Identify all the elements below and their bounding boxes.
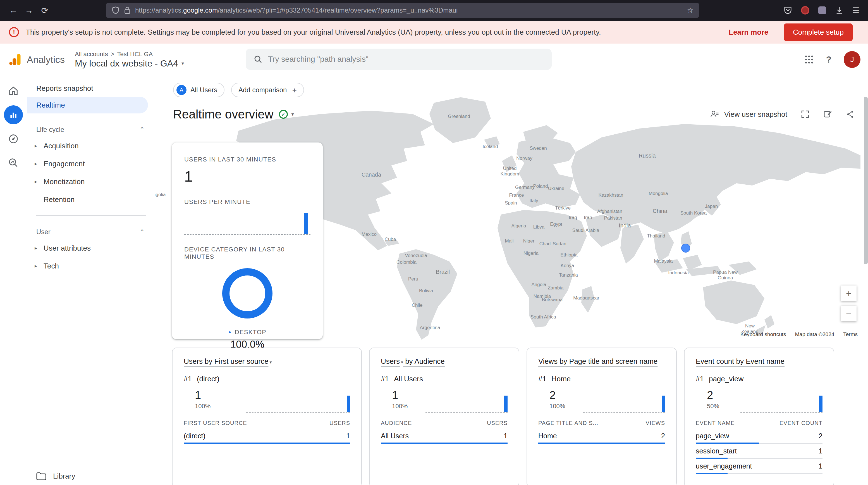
map-country-label: Sweden [530, 146, 547, 151]
adblock-icon[interactable] [801, 6, 809, 15]
sidebar-item-monetization[interactable]: ▸Monetization [27, 173, 155, 191]
chevron-up-icon[interactable]: ⌃ [140, 126, 145, 133]
view-user-snapshot-button[interactable]: View user snapshot [710, 109, 787, 119]
menu-icon[interactable]: ☰ [852, 6, 859, 15]
card-title-segment[interactable]: by Audience [403, 357, 445, 365]
comparison-chip[interactable]: A All Users [173, 83, 224, 97]
nav-section-title[interactable]: User⌃ [27, 225, 155, 239]
map-country-label: Libya [533, 224, 545, 230]
library-label: Library [53, 472, 75, 481]
column-header: USERS [487, 420, 507, 426]
sidebar-item-label: Monetization [43, 177, 85, 186]
chevron-down-icon[interactable]: ▾ [401, 360, 403, 365]
map-zoom-in-button[interactable]: + [841, 286, 857, 301]
property-selector[interactable]: My local dx website - GA4 ▾ [75, 58, 184, 69]
reload-button[interactable]: ⟳ [37, 3, 53, 18]
card-title-segment[interactable]: First user source [214, 357, 269, 365]
fullscreen-icon[interactable] [801, 110, 810, 119]
nav-reports-icon[interactable] [0, 103, 27, 127]
active-user-dot[interactable] [682, 244, 690, 252]
sidebar-item-engagement[interactable]: ▸Engagement [27, 155, 155, 173]
map-country-label: Guinea [718, 275, 733, 281]
map-country-label: Mali [505, 238, 514, 244]
nav-advertising-icon[interactable] [0, 151, 27, 175]
map-zoom-out-button[interactable]: − [841, 306, 857, 321]
breadcrumb-account[interactable]: All accounts [75, 51, 108, 58]
sidebar-item-tech[interactable]: ▸Tech [27, 257, 155, 275]
card-title-segment[interactable]: Users [381, 357, 400, 365]
nav-section-title[interactable]: Life cycle⌃ [27, 122, 155, 137]
search-bar[interactable] [246, 49, 552, 70]
card-title-segment[interactable]: Views by Page title and screen name [538, 357, 657, 365]
edit-report-icon[interactable] [823, 110, 833, 119]
sidebar-item-acquisition[interactable]: ▸Acquisition [27, 137, 155, 155]
analytics-logo[interactable]: Analytics [8, 52, 65, 67]
map-country-label: Iceland [483, 144, 498, 149]
map-terms-link[interactable]: Terms [843, 331, 858, 338]
apps-grid-icon[interactable] [805, 55, 813, 64]
url-bar[interactable]: https://analytics.google.com/analytics/w… [106, 3, 699, 18]
spark-bar [347, 396, 350, 412]
row-bar [538, 443, 665, 444]
map-country-label: United [503, 166, 517, 171]
share-icon[interactable] [846, 110, 855, 119]
extension-icon[interactable] [818, 6, 826, 14]
map-country-label: Saudi Arabia [572, 228, 599, 233]
add-comparison-button[interactable]: Add comparison ＋ [231, 83, 304, 97]
row-bar [696, 473, 727, 474]
breadcrumb[interactable]: All accounts > Test HCL GA [75, 51, 184, 58]
complete-setup-button[interactable]: Complete setup [784, 24, 852, 41]
table-row[interactable]: Home2 [538, 429, 665, 444]
map-country-label: Nigeria [524, 251, 538, 256]
table-row[interactable]: user_engagement1 [696, 459, 823, 474]
map-country-label: Afghanistan [597, 209, 622, 214]
card-title-segment[interactable]: Event count by Event name [696, 357, 784, 365]
map-country-label: Argentina [420, 325, 440, 330]
bookmark-star-icon[interactable]: ☆ [687, 6, 693, 15]
map-country-label: South Korea [680, 210, 707, 216]
learn-more-link[interactable]: Learn more [713, 28, 784, 37]
chevron-down-icon[interactable]: ▾ [270, 360, 272, 365]
browser-toolbar: ← → ⟳ https://analytics.google.com/analy… [0, 0, 868, 21]
back-button[interactable]: ← [6, 3, 21, 18]
pocket-icon[interactable] [784, 6, 792, 15]
sparkline-chart [426, 393, 507, 413]
tracking-protection-icon[interactable] [112, 6, 120, 14]
sidebar-item-library[interactable]: Library [36, 472, 75, 481]
comparison-bar: A All Users Add comparison ＋ [173, 83, 304, 97]
realtime-cards-row: Users by First user source▾ #1(direct) 1… [172, 347, 834, 485]
breadcrumb-property[interactable]: Test HCL GA [117, 51, 153, 58]
keyboard-shortcuts-link[interactable]: Keyboard shortcuts [740, 331, 786, 338]
table-row[interactable]: All Users1 [381, 429, 507, 444]
table-row[interactable]: (direct)1 [184, 429, 350, 444]
device-donut-chart[interactable] [222, 268, 273, 318]
sidebar-divider [36, 215, 146, 216]
search-icon [253, 55, 262, 64]
data-active-check-icon[interactable]: ✓ [279, 110, 288, 119]
chevron-up-icon[interactable]: ⌃ [140, 228, 145, 235]
table-row[interactable]: page_view2 [696, 429, 823, 444]
users-per-minute-chart[interactable] [184, 212, 310, 235]
sidebar-item-retention[interactable]: Retention [27, 191, 155, 208]
sidebar-item-reports-snapshot[interactable]: Reports snapshot [27, 80, 155, 97]
avatar[interactable]: J [844, 51, 861, 68]
sidebar-item-user-attributes[interactable]: ▸User attributes [27, 239, 155, 257]
sidebar-item-realtime[interactable]: Realtime [27, 97, 148, 113]
nav-home-icon[interactable] [0, 79, 27, 103]
nav-explore-icon[interactable] [0, 127, 27, 151]
lock-icon[interactable] [124, 7, 131, 14]
help-icon[interactable]: ? [826, 55, 831, 65]
forward-button[interactable]: → [21, 3, 37, 18]
app-root: ← → ⟳ https://analytics.google.com/analy… [0, 0, 868, 485]
downloads-icon[interactable] [835, 6, 843, 15]
table-row[interactable]: session_start1 [696, 444, 823, 459]
row-value: 2 [661, 432, 665, 440]
chevron-down-icon[interactable]: ▾ [291, 111, 294, 117]
scrollbar[interactable] [864, 97, 868, 264]
map-country-label: Algeria [512, 223, 526, 229]
card-table: Home2 [538, 429, 665, 444]
map-country-label: South Africa [530, 314, 556, 320]
card-title-segment[interactable]: Users by [184, 357, 214, 365]
sidebar-item-label: Engagement [43, 160, 85, 168]
search-input[interactable] [268, 55, 544, 64]
